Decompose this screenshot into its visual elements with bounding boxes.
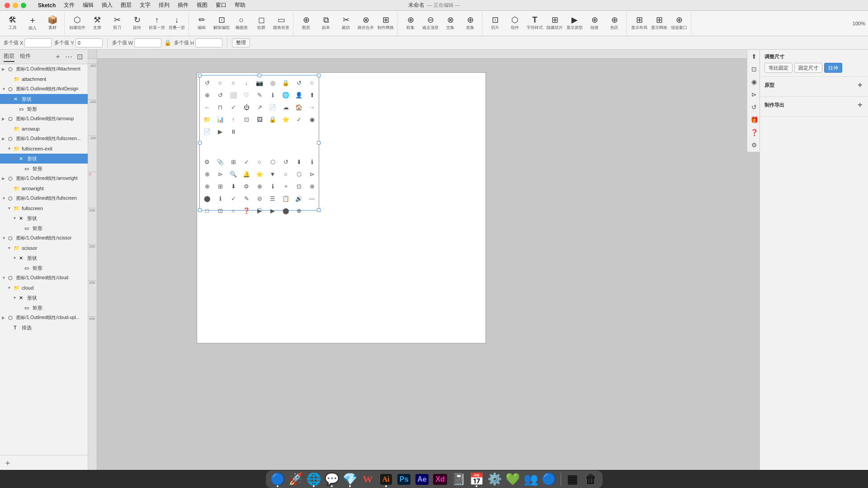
- menu-sketch[interactable]: Sketch: [38, 2, 56, 9]
- sel-handle-tr[interactable]: [317, 74, 321, 77]
- y-input[interactable]: [75, 38, 103, 47]
- grid-icon[interactable]: ○: [307, 77, 317, 88]
- grid-icon[interactable]: ○: [280, 169, 291, 179]
- right-strip-btn-4[interactable]: ⊳: [749, 89, 759, 99]
- x-input[interactable]: [24, 38, 52, 47]
- dock-messages[interactable]: 💬: [324, 471, 340, 488]
- menu-insert[interactable]: 插入: [102, 1, 113, 9]
- insert-button[interactable]: ＋ 插入: [23, 12, 42, 35]
- hotzone-button[interactable]: ⊕ 热区: [604, 12, 624, 35]
- grid-icon[interactable]: ⊳: [307, 169, 317, 179]
- layer-row-selected[interactable]: ▼ ✕ 形状: [0, 94, 88, 104]
- make-grid-button[interactable]: ⊞ 制作网格: [376, 12, 396, 35]
- grid-icon[interactable]: ⊞: [215, 181, 226, 192]
- dock-xd[interactable]: Xd: [432, 471, 448, 488]
- subtract-button[interactable]: ⊖ 减去顶层: [420, 12, 440, 35]
- grid-icon[interactable]: ℹ: [307, 156, 317, 167]
- sel-handle-tl[interactable]: [198, 74, 202, 77]
- copy-button[interactable]: ⧉ 副本: [316, 12, 336, 35]
- right-strip-btn-8[interactable]: ⚙: [749, 140, 759, 150]
- grid-icon[interactable]: ⊕: [202, 89, 212, 100]
- layer-row[interactable]: ▼ 📁 fullscreen-exit: [0, 144, 88, 154]
- grid-icon[interactable]: 📄: [267, 102, 278, 113]
- grid-icon[interactable]: ✎: [241, 193, 252, 204]
- grid-icon[interactable]: ▼: [267, 169, 278, 179]
- grid-icon[interactable]: ℹ: [267, 181, 278, 192]
- stretch-btn[interactable]: 拉伸: [824, 63, 842, 73]
- layer-row[interactable]: ▼ 📁 cloud: [0, 283, 88, 293]
- lock-icon[interactable]: 🔒: [164, 39, 171, 46]
- grid-icon[interactable]: ⊕: [202, 169, 212, 179]
- grid-icon[interactable]: ⊡: [241, 114, 252, 125]
- sel-handle-mr[interactable]: [317, 141, 321, 145]
- grid-icon[interactable]: ⬇: [293, 156, 304, 167]
- menu-window[interactable]: 窗口: [216, 1, 226, 9]
- grid-icon[interactable]: ←: [202, 102, 212, 113]
- grid-icon[interactable]: 📎: [215, 156, 226, 167]
- create-component-button[interactable]: ⬡ 创建组件: [67, 12, 87, 35]
- grid-icon[interactable]: 📁: [202, 114, 212, 125]
- grid-icon[interactable]: ⬡: [293, 169, 304, 179]
- grid-icon[interactable]: ⊡: [215, 205, 226, 216]
- menu-plugin[interactable]: 插件: [178, 1, 189, 9]
- grid-icon[interactable]: 🔔: [241, 169, 252, 179]
- layer-row[interactable]: 📁 attachment: [0, 74, 88, 84]
- show-grid-button[interactable]: ⊞ 显示网格: [649, 12, 669, 35]
- grid-icon[interactable]: ⊕: [254, 181, 265, 192]
- grid-icon[interactable]: 📄: [202, 126, 212, 137]
- grid-icon[interactable]: ✓: [228, 193, 239, 204]
- char-style-button[interactable]: T 字符样式: [525, 12, 545, 35]
- grid-icon[interactable]: ◉: [307, 114, 317, 125]
- grid-icon[interactable]: ☁: [280, 102, 291, 113]
- right-strip-btn-1[interactable]: ⬆: [749, 52, 759, 61]
- menu-edit[interactable]: 编辑: [83, 1, 94, 9]
- grid-icon[interactable]: ↑: [228, 114, 239, 125]
- sel-handle-ml[interactable]: [198, 141, 202, 145]
- add-layer-button[interactable]: ＋: [53, 52, 62, 61]
- layer-row[interactable]: ▭ 矩形: [0, 104, 88, 114]
- support-button[interactable]: ⚒ 支撑: [87, 12, 107, 35]
- right-strip-btn-5[interactable]: ↺: [749, 102, 759, 112]
- grid-icon[interactable]: ⭐: [254, 169, 265, 179]
- grid-icon[interactable]: ℹ: [267, 89, 278, 100]
- grid-icon[interactable]: ◎: [267, 77, 278, 88]
- menu-view[interactable]: 视图: [197, 1, 208, 9]
- grid-icon[interactable]: ⬆: [307, 89, 317, 100]
- sel-handle-bl[interactable]: [198, 208, 202, 212]
- grid-icon[interactable]: ⚙: [202, 156, 212, 167]
- right-strip-btn-2[interactable]: ⊡: [749, 64, 759, 74]
- fixed-ratio-btn[interactable]: 等比固定: [764, 63, 793, 73]
- grid-icon[interactable]: ＋: [280, 181, 291, 192]
- ellipse-button[interactable]: ○ 椭圆形: [231, 12, 251, 35]
- prototype-add-btn[interactable]: ＋: [856, 80, 863, 90]
- grid-icon[interactable]: ↺: [202, 77, 212, 88]
- layer-row[interactable]: ▶ ⬡ 图标/1.Outlined线性/cloud-upl...: [0, 313, 88, 323]
- dock-photoshop[interactable]: Ps: [396, 471, 412, 488]
- dock-calendar[interactable]: 📅: [468, 471, 485, 488]
- grid-icon[interactable]: ▶: [215, 126, 226, 137]
- grid-icon[interactable]: ↓: [241, 77, 252, 88]
- dock-notes[interactable]: 📓: [450, 471, 467, 488]
- rotate-button[interactable]: ↻ 旋转: [127, 12, 147, 35]
- tool-button[interactable]: 🛠 工具: [3, 12, 23, 35]
- tab-components[interactable]: 组件: [20, 52, 31, 62]
- dock-wps[interactable]: W: [360, 471, 376, 488]
- dock-wechat[interactable]: 💚: [505, 471, 521, 488]
- grid-icon[interactable]: ✓: [228, 102, 239, 113]
- grid-icon[interactable]: 🏠: [293, 102, 304, 113]
- layer-row[interactable]: ▼ ⬡ 图标/1.Outlined线性/fullscreen: [0, 193, 88, 203]
- grid-icon[interactable]: ✓: [241, 156, 252, 167]
- component-button[interactable]: ⬡ 组件: [505, 12, 525, 35]
- layer-row[interactable]: ▼ ⬡ 图标/1.Outlined线性/AntDesign: [0, 84, 88, 94]
- union-button[interactable]: ⊕ 联集: [401, 12, 420, 35]
- dock-ai[interactable]: Ai: [378, 471, 394, 488]
- fullscreen-button[interactable]: [21, 3, 26, 8]
- rounded-rect-button[interactable]: ▭ 圆角矩形: [271, 12, 291, 35]
- ungroup-button[interactable]: ⊡ 解除编组: [212, 12, 231, 35]
- grid-icon[interactable]: ↺: [293, 77, 304, 88]
- grid-icon[interactable]: ⬤: [202, 193, 212, 204]
- grid-icon[interactable]: ☰: [267, 193, 278, 204]
- grid-icon[interactable]: ○: [215, 77, 226, 88]
- edit-button[interactable]: ✏ 编辑: [192, 12, 212, 35]
- layer-row[interactable]: ▼ ⬡ 图标/1.Outlined线性/scissor: [0, 233, 88, 243]
